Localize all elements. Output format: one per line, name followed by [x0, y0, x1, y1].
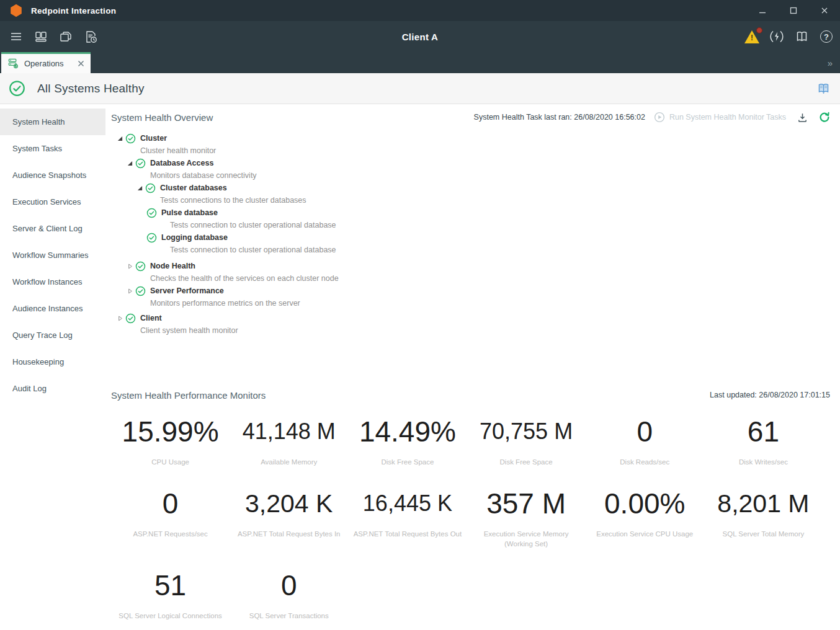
tab-close-button[interactable]	[76, 59, 86, 69]
more-tabs-button[interactable]: »	[828, 58, 833, 68]
documents-button[interactable]	[53, 24, 78, 49]
healthy-check-icon	[9, 80, 25, 97]
app-window: Redpoint Interaction Client A	[0, 0, 840, 630]
sidebar-item-housekeeping[interactable]: Housekeeping	[0, 348, 105, 375]
status-banner-text: All Systems Healthy	[37, 82, 145, 95]
expand-arrow-icon[interactable]	[127, 160, 133, 166]
sync-status-button[interactable]	[764, 24, 789, 49]
tree-item-description: Cluster health monitor	[111, 144, 830, 157]
metric-cpu-usage: 15.99%CPU Usage	[111, 411, 230, 467]
tree-item-description: Tests connection to cluster operational …	[111, 219, 830, 231]
tree-item-description: Monitors database connectivity	[111, 169, 830, 182]
metric-sql-total-memory: 8,201 MSQL Server Total Memory	[704, 483, 823, 549]
run-health-tasks-button[interactable]: Run System Health Monitor Tasks	[654, 112, 786, 123]
close-button[interactable]	[809, 0, 840, 21]
download-button[interactable]	[797, 112, 808, 123]
refresh-icon	[819, 112, 830, 123]
close-icon	[821, 7, 828, 14]
metric-available-memory: 41,148 MAvailable Memory	[230, 411, 348, 467]
warning-icon: !	[744, 30, 759, 43]
download-icon	[797, 112, 808, 123]
documentation-button[interactable]	[789, 24, 814, 49]
sidebar-item-audit-log[interactable]: Audit Log	[0, 375, 105, 402]
tree-item-cluster-databases[interactable]: Cluster databases	[111, 182, 830, 194]
open-book-icon	[816, 82, 831, 95]
dashboard-layout-button[interactable]	[29, 24, 53, 49]
minimize-button[interactable]	[747, 0, 778, 21]
minimize-icon	[759, 7, 766, 14]
alert-badge	[756, 27, 762, 33]
play-circle-icon	[654, 112, 665, 123]
healthy-check-icon	[125, 313, 136, 324]
healthy-check-icon	[146, 233, 157, 243]
tree-item-pulse-database[interactable]: Pulse database	[111, 206, 830, 219]
sidebar-item-server-client-log[interactable]: Server & Client Log	[0, 215, 105, 242]
healthy-check-icon	[135, 158, 146, 169]
book-icon	[795, 30, 809, 43]
tab-operations[interactable]: Operations	[1, 52, 91, 73]
sidebar-item-query-trace-log[interactable]: Query Trace Log	[0, 322, 105, 348]
monitors-header: System Health Performance Monitors Last …	[111, 388, 830, 402]
toolbar-right-group: ! ?	[739, 24, 839, 49]
metric-aspnet-requests: 0ASP.NET Requests/sec	[111, 483, 230, 549]
alerts-button[interactable]: !	[739, 24, 764, 49]
metric-sql-logical-connections: 51SQL Server Logical Connections	[111, 565, 230, 621]
system-health-tree: Cluster Cluster health monitor Database …	[111, 132, 830, 337]
tree-item-server-performance[interactable]: Server Performance	[111, 285, 830, 297]
metric-execution-service-cpu: 0.00%Execution Service CPU Usage	[586, 483, 704, 549]
sidebar-item-workflow-summaries[interactable]: Workflow Summaries	[0, 242, 105, 268]
tree-item-node-health[interactable]: Node Health	[111, 260, 830, 272]
healthy-check-icon	[145, 183, 156, 193]
metric-disk-free-space-pct: 14.49%Disk Free Space	[348, 411, 467, 467]
sync-flash-icon	[769, 30, 784, 43]
help-button[interactable]: ?	[814, 24, 839, 49]
open-documentation-button[interactable]	[815, 81, 831, 97]
menu-button[interactable]	[4, 24, 29, 49]
redpoint-logo-icon	[10, 3, 24, 18]
toolbar-left-group	[4, 24, 103, 49]
tree-item-cluster[interactable]: Cluster	[111, 132, 830, 144]
tree-item-database-access[interactable]: Database Access	[111, 157, 830, 169]
collapse-arrow-icon[interactable]	[127, 288, 133, 294]
expand-arrow-icon[interactable]	[136, 185, 143, 191]
close-icon	[78, 60, 84, 67]
sidebar-item-workflow-instances[interactable]: Workflow Instances	[0, 268, 105, 295]
content-area: System Health System Tasks Audience Snap…	[0, 104, 840, 630]
last-ran-text: System Health Task last ran: 26/08/2020 …	[474, 113, 645, 122]
collapse-arrow-icon[interactable]	[117, 315, 123, 321]
overview-header: System Health Overview System Health Tas…	[111, 109, 830, 125]
refresh-button[interactable]	[819, 112, 830, 123]
monitors-title: System Health Performance Monitors	[111, 390, 266, 401]
sidebar: System Health System Tasks Audience Snap…	[0, 104, 105, 630]
title-bar: Redpoint Interaction	[0, 0, 840, 21]
tree-item-logging-database[interactable]: Logging database	[111, 231, 830, 244]
menu-icon	[10, 30, 22, 43]
tree-item-description: Tests connection to cluster operational …	[111, 244, 830, 256]
operations-tab-icon	[8, 58, 19, 69]
sidebar-item-audience-instances[interactable]: Audience Instances	[0, 295, 105, 322]
expand-arrow-icon[interactable]	[117, 135, 123, 141]
tree-item-client[interactable]: Client	[111, 312, 830, 324]
metric-aspnet-bytes-in: 3,204 KASP.NET Total Request Bytes In	[230, 483, 348, 549]
metric-disk-writes: 61Disk Writes/sec	[704, 411, 823, 467]
metric-disk-free-space: 70,755 MDisk Free Space	[467, 411, 586, 467]
sidebar-item-system-tasks[interactable]: System Tasks	[0, 135, 105, 162]
documents-icon	[60, 30, 72, 43]
help-icon: ?	[820, 30, 833, 43]
window-controls	[747, 0, 840, 21]
sidebar-item-execution-services[interactable]: Execution Services	[0, 189, 105, 215]
maximize-icon	[790, 7, 797, 14]
maximize-button[interactable]	[778, 0, 809, 21]
tab-label: Operations	[24, 59, 76, 68]
scheduled-document-button[interactable]	[78, 24, 103, 49]
sidebar-item-system-health[interactable]: System Health	[0, 109, 105, 135]
last-updated-text: Last updated: 26/08/2020 17:01:15	[710, 391, 830, 399]
main-toolbar: Client A	[0, 21, 840, 52]
collapse-arrow-icon[interactable]	[127, 263, 133, 269]
tree-item-description: Checks the health of the services on eac…	[111, 272, 830, 285]
client-title: Client A	[0, 32, 840, 42]
tree-item-description: Client system health monitor	[111, 324, 830, 337]
scheduled-document-icon	[84, 30, 97, 43]
tree-item-description: Tests connections to the cluster databas…	[111, 194, 830, 206]
sidebar-item-audience-snapshots[interactable]: Audience Snapshots	[0, 162, 105, 189]
